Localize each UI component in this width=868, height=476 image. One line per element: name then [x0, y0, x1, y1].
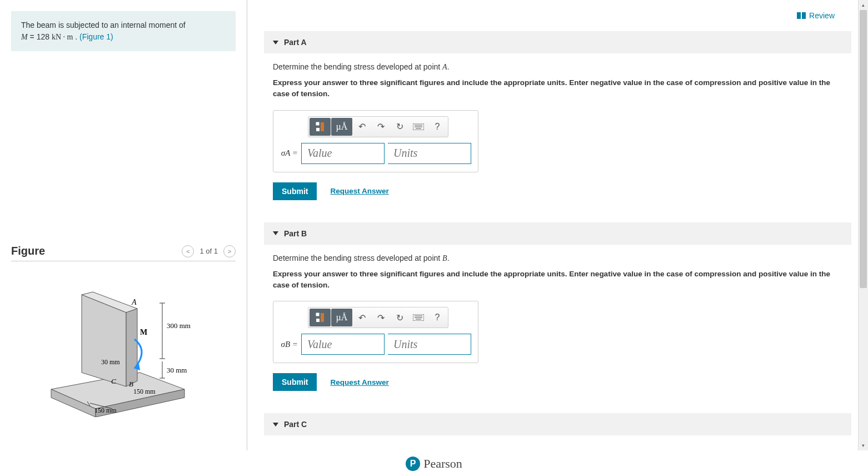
svg-rect-23: [316, 313, 319, 316]
units-input-a[interactable]: [388, 143, 471, 164]
prompt-b: Determine the bending stress developed a…: [273, 254, 842, 263]
caret-down-icon: [273, 41, 278, 44]
instructions-b: Express your answer to three significant…: [273, 269, 842, 291]
figure-nav: < 1 of 1 >: [182, 245, 236, 257]
review-flag-icon: [797, 12, 806, 19]
figure-image: A M 300 mm 30 mm 30 mm C B 150 mm 150 mm: [40, 272, 207, 417]
svg-marker-5: [126, 309, 137, 386]
pearson-logo-icon: P: [406, 457, 420, 471]
fig-dim-150b: 150 mm: [94, 406, 117, 414]
scroll-thumb[interactable]: [860, 10, 867, 288]
reset-button[interactable]: ↻: [390, 118, 409, 136]
instructions-a: Express your answer to three significant…: [273, 77, 842, 100]
svg-rect-17: [321, 122, 324, 131]
fig-label-A: A: [131, 298, 137, 306]
moment-var: M: [21, 33, 28, 41]
submit-button-b[interactable]: Submit: [273, 373, 317, 391]
keyboard-button[interactable]: [409, 118, 428, 136]
value-input-b[interactable]: [301, 334, 385, 355]
fig-dim-150a: 150 mm: [133, 388, 156, 395]
part-b: Part B Determine the bending stress deve…: [264, 222, 851, 403]
figure-link[interactable]: (Figure 1): [79, 32, 113, 41]
keyboard-button[interactable]: [409, 309, 428, 326]
answer-toolbar: µÅ ↶ ↷ ↻ ?: [308, 116, 448, 137]
part-title: Part A: [284, 38, 307, 47]
answer-toolbar: µÅ ↶ ↷ ↻ ?: [308, 307, 448, 328]
sigma-label-b: σB =: [280, 340, 298, 349]
help-button[interactable]: ?: [428, 309, 447, 326]
redo-button[interactable]: ↷: [371, 118, 390, 136]
answer-box-a: µÅ ↶ ↷ ↻ ? σA =: [273, 110, 478, 172]
problem-period: .: [73, 32, 79, 41]
part-title: Part C: [284, 420, 307, 429]
submit-button-a[interactable]: Submit: [273, 182, 317, 200]
caret-down-icon: [273, 423, 278, 427]
value-input-a[interactable]: [301, 143, 385, 164]
scroll-up-arrow[interactable]: ▴: [859, 0, 868, 10]
part-header-c[interactable]: Part C: [264, 413, 851, 435]
footer-brand: Pearson: [423, 457, 462, 471]
redo-button[interactable]: ↷: [371, 309, 390, 326]
moment-eq: = 128: [28, 32, 52, 41]
figure-header: Figure < 1 of 1 >: [11, 245, 236, 261]
fig-label-C: C: [111, 377, 116, 385]
part-title: Part B: [284, 229, 307, 238]
right-panel: Review Part A Determine the bending stre…: [247, 0, 868, 450]
figure-section: Figure < 1 of 1 >: [11, 245, 236, 417]
answer-box-b: µÅ ↶ ↷ ↻ ? σB =: [273, 301, 478, 363]
svg-rect-24: [321, 313, 324, 322]
request-answer-link-b[interactable]: Request Answer: [330, 378, 388, 386]
special-char-button[interactable]: µÅ: [331, 118, 352, 136]
svg-rect-18: [316, 128, 320, 131]
request-answer-link-a[interactable]: Request Answer: [330, 187, 388, 195]
reset-button[interactable]: ↻: [390, 309, 409, 326]
review-label: Review: [809, 11, 835, 20]
caret-down-icon: [273, 231, 278, 235]
fig-label-M: M: [140, 328, 147, 336]
scroll-down-arrow[interactable]: ▾: [859, 440, 868, 450]
sigma-label-a: σA =: [280, 148, 298, 158]
part-header-a[interactable]: Part A: [264, 31, 851, 53]
part-a: Part A Determine the bending stress deve…: [264, 31, 851, 211]
undo-button[interactable]: ↶: [352, 118, 371, 136]
fig-dim-300: 300 mm: [167, 321, 191, 330]
help-button[interactable]: ?: [428, 118, 447, 136]
template-fraction-button[interactable]: [310, 309, 331, 326]
undo-button[interactable]: ↶: [352, 309, 371, 326]
special-char-button[interactable]: µÅ: [331, 309, 352, 326]
figure-title: Figure: [11, 245, 45, 257]
prompt-a: Determine the bending stress developed a…: [273, 62, 842, 72]
problem-intro: The beam is subjected to an internal mom…: [21, 21, 186, 29]
part-header-b[interactable]: Part B: [264, 222, 851, 245]
svg-rect-14: [797, 12, 801, 19]
figure-prev-button[interactable]: <: [182, 245, 194, 257]
left-panel: The beam is subjected to an internal mom…: [0, 0, 247, 450]
fig-dim-30a: 30 mm: [101, 358, 120, 366]
part-c: Part C: [264, 413, 851, 435]
template-fraction-button[interactable]: [310, 118, 331, 136]
svg-rect-25: [316, 319, 320, 322]
figure-nav-text: 1 of 1: [199, 247, 218, 255]
figure-next-button[interactable]: >: [223, 245, 236, 257]
svg-rect-15: [802, 12, 806, 19]
fig-label-B: B: [129, 380, 133, 388]
scrollbar[interactable]: ▴ ▾: [858, 0, 868, 450]
fig-dim-30b: 30 mm: [167, 366, 187, 374]
problem-statement: The beam is subjected to an internal mom…: [11, 11, 236, 51]
review-link[interactable]: Review: [797, 11, 835, 20]
moment-units: kN · m: [52, 33, 73, 41]
footer: P Pearson: [0, 450, 868, 476]
svg-rect-16: [316, 122, 319, 125]
units-input-b[interactable]: [388, 334, 471, 355]
